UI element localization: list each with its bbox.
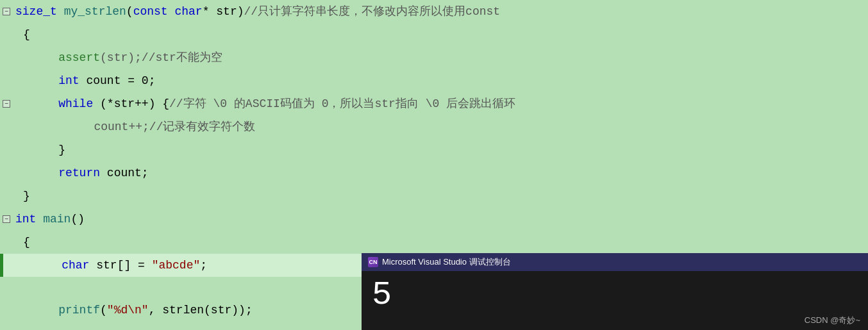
vs-console-body: 5 (362, 271, 868, 330)
gutter-5: − (0, 100, 13, 108)
brace-open-main: { (23, 236, 30, 249)
fold-btn-1[interactable]: − (3, 8, 10, 15)
comment-1: //只计算字符串长度，不修改内容所以使用const (244, 5, 501, 18)
watermark-text: CSDN @奇妙~ (805, 315, 860, 325)
count-decl: count = 0; (86, 74, 155, 87)
line-content-3: assert(str);//str不能为空 (28, 47, 868, 69)
gutter-10: − (0, 215, 13, 223)
line-content-10: int main() (13, 208, 868, 230)
semicolon-12: ; (200, 259, 207, 272)
line-content-8: return count; (28, 162, 868, 184)
code-line-9: } (0, 185, 868, 208)
punct-1: ( (126, 5, 133, 18)
vs-console-title: Microsoft Visual Studio 调试控制台 (382, 256, 511, 268)
kw-int-main: int (15, 213, 43, 226)
str-decl: str[] = (96, 259, 151, 272)
kw-char: char (174, 5, 202, 18)
printf-args: , strlen(str)); (149, 304, 253, 317)
fn-printf: printf (58, 304, 100, 317)
line-content-4: int count = 0; (28, 70, 868, 92)
brace-close-while: } (31, 144, 65, 156)
str-value: "abcde" (152, 259, 201, 272)
kw-char-str: char (62, 259, 96, 272)
macro-assert: assert (31, 51, 100, 64)
line-content-2: { (21, 24, 868, 45)
code-line-7: } (0, 138, 868, 161)
punct-2: * str) (203, 5, 244, 18)
line-content-1: size_t my_strlen(const char* str)//只计算字符… (13, 1, 868, 22)
kw-return: return (58, 167, 107, 179)
kw-while: while (58, 97, 100, 110)
code-line-2: { (0, 23, 868, 46)
kw-int: int (58, 74, 86, 87)
code-line-3: assert(str);//str不能为空 (0, 46, 868, 69)
code-editor: − size_t my_strlen(const char* str)//只计算… (0, 0, 868, 330)
code-line-11: { (0, 231, 868, 254)
space-12 (34, 259, 62, 272)
line-content-9: } (21, 185, 868, 207)
keyword-size_t: size_t (15, 5, 64, 18)
line-content-11: { (21, 231, 868, 253)
space-14 (31, 304, 58, 317)
code-line-8: return count; (0, 161, 868, 185)
vs-debug-console: CN Microsoft Visual Studio 调试控制台 5 (362, 253, 868, 330)
line-content-5: while (*str++) {//字符 \0 的ASCII码值为 0，所以当s… (28, 93, 868, 115)
brace-open-1: { (23, 28, 30, 41)
vs-icon-text: CN (369, 259, 378, 265)
code-line-1: − size_t my_strlen(const char* str)//只计算… (0, 0, 868, 23)
brace-close-fn: } (23, 190, 30, 202)
printf-fmt: "%d\n" (107, 304, 149, 317)
csdn-watermark: CSDN @奇妙~ (805, 315, 860, 326)
code-line-5: − while (*str++) {//字符 \0 的ASCII码值为 0，所以… (0, 92, 868, 115)
line-content-7: } (28, 139, 868, 161)
fn-my_strlen: my_strlen (64, 5, 126, 18)
space-5 (31, 97, 58, 110)
printf-open: ( (100, 304, 107, 317)
space-8 (31, 167, 58, 179)
count-increment: count++;//记录有效字符个数 (38, 120, 255, 133)
kw-const: const (133, 5, 175, 18)
comment-assert: (str);//str不能为空 (100, 51, 222, 64)
fn-main: main (43, 213, 71, 226)
code-line-10: − int main() (0, 208, 868, 231)
code-line-4: int count = 0; (0, 69, 868, 92)
fold-btn-10[interactable]: − (3, 215, 10, 223)
console-output: 5 (372, 276, 392, 314)
main-parens: () (71, 213, 85, 226)
comment-while: //字符 \0 的ASCII码值为 0，所以当str指向 \0 后会跳出循环 (169, 97, 515, 110)
return-val: count; (107, 167, 149, 179)
fold-btn-5[interactable]: − (3, 100, 10, 108)
gutter-1: − (0, 8, 13, 15)
space-4 (31, 74, 58, 87)
code-line-6: count++;//记录有效字符个数 (0, 115, 868, 138)
while-cond: (*str++) { (100, 97, 169, 110)
vs-console-titlebar: CN Microsoft Visual Studio 调试控制台 (362, 253, 868, 271)
vs-icon: CN (368, 257, 378, 267)
line-content-6: count++;//记录有效字符个数 (36, 116, 868, 138)
